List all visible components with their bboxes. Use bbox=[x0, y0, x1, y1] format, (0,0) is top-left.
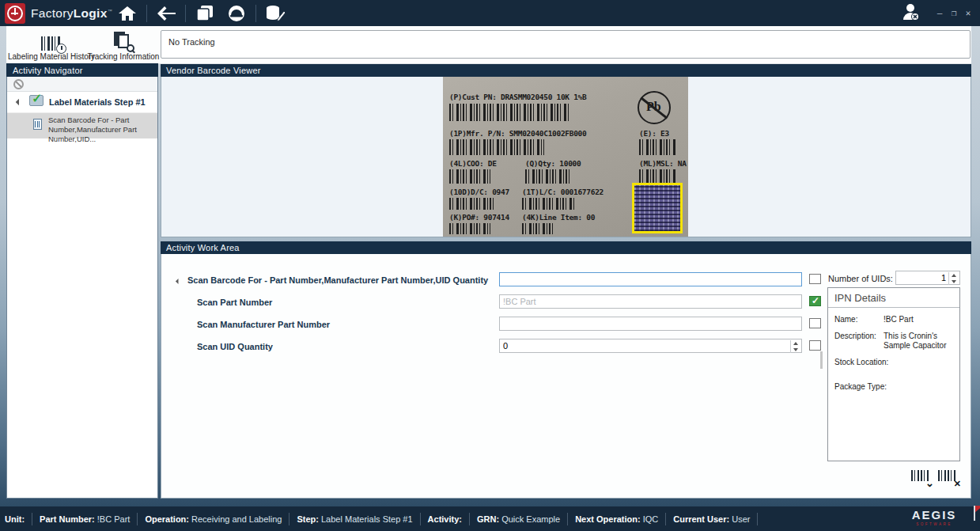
tracking-status-box: No Tracking bbox=[161, 30, 971, 59]
tree-item-scan-barcode-activity[interactable]: Scan Barcode For - Part Number,Manufactu… bbox=[7, 113, 157, 138]
barcode-mfr-pn bbox=[449, 139, 544, 155]
database-edit-button[interactable] bbox=[265, 4, 286, 23]
barcode-coo bbox=[449, 169, 490, 184]
number-of-uids-label: Number of UIDs: bbox=[828, 274, 893, 283]
vendor-label-image: (P)Cust PN: DRASMM020450 10K 1%B Pb (1P)… bbox=[443, 77, 688, 237]
activity-work-area-body: Scan Barcode For - Part Number,Manufactu… bbox=[161, 254, 971, 499]
barcode-lc bbox=[522, 198, 574, 210]
datamatrix-code-highlighted[interactable] bbox=[632, 183, 683, 233]
step-complete-icon bbox=[29, 95, 44, 106]
barcode-accept-button[interactable]: ⌄ bbox=[911, 470, 932, 486]
label-mfr-pn: (1P)Mfr. P/N: SMM02040C1002FB000 bbox=[449, 129, 586, 138]
toolbar-separator bbox=[255, 5, 256, 22]
splitter-grip[interactable] bbox=[820, 351, 823, 369]
scan-uid-quantity-checkbox[interactable] bbox=[809, 340, 821, 351]
ipn-row-name: Name:!BC Part bbox=[834, 315, 959, 324]
scan-barcode-input[interactable] bbox=[499, 272, 802, 286]
pages-button[interactable] bbox=[195, 4, 215, 23]
label-line-item: (4K)Line Item: 00 bbox=[522, 213, 595, 222]
title-bar: FactoryLogix™ bbox=[0, 0, 980, 26]
label-po: (K)PO#: 907414 bbox=[449, 213, 509, 222]
tree-item-label-materials-step[interactable]: Label Materials Step #1 bbox=[7, 92, 157, 113]
clear-filter-icon[interactable] bbox=[13, 79, 24, 89]
label-e: (E): E3 bbox=[639, 129, 669, 138]
label-msl: (ML)MSL: NA bbox=[639, 159, 687, 168]
toolbar-separator bbox=[185, 5, 186, 22]
uid-quantity-spinner[interactable] bbox=[790, 340, 800, 353]
scan-uid-quantity-input[interactable] bbox=[500, 339, 790, 352]
number-of-uids-input[interactable] bbox=[896, 271, 948, 284]
status-grn: GRN: Quick Example bbox=[477, 514, 560, 524]
app-title: FactoryLogix™ bbox=[31, 6, 112, 21]
pb-free-icon: Pb bbox=[638, 91, 671, 124]
scan-part-number-checkbox[interactable] bbox=[809, 296, 821, 306]
label-dc: (10D)D/C: 0947 bbox=[449, 188, 509, 196]
hardhat-button[interactable] bbox=[226, 4, 247, 23]
status-activity: Activity: bbox=[428, 514, 462, 524]
field-label-scan-mfr-part-number: Scan Manufacturer Part Number bbox=[197, 320, 330, 329]
activity-work-area-panel: Activity Work Area Scan Barcode For - Pa… bbox=[161, 241, 971, 499]
tracking-docs-icon bbox=[80, 28, 167, 51]
barcode-msl bbox=[639, 169, 675, 184]
field-label-scan-barcode: Scan Barcode For - Part Number,Manufactu… bbox=[187, 275, 488, 285]
status-part-number: Part Number: !BC Part bbox=[40, 514, 130, 524]
barcode-po bbox=[449, 223, 490, 234]
number-of-uids-spinner[interactable] bbox=[948, 272, 959, 285]
field-group-expander-icon[interactable] bbox=[176, 279, 181, 284]
field-label-scan-uid-quantity: Scan UID Quantity bbox=[197, 342, 273, 351]
tree-expander-icon[interactable] bbox=[16, 99, 22, 105]
activity-navigator-panel: Activity Navigator Label Materials Step … bbox=[6, 64, 158, 499]
home-button[interactable] bbox=[117, 4, 138, 23]
barcode-line-item bbox=[522, 223, 555, 234]
status-unit: Unit: bbox=[5, 514, 25, 524]
barcode-qty bbox=[525, 169, 569, 184]
number-of-uids-field bbox=[895, 271, 960, 285]
barcode-cancel-button[interactable]: ✕ bbox=[938, 470, 959, 486]
barcode-cust-pn bbox=[449, 104, 569, 121]
user-session-icon[interactable] bbox=[901, 2, 921, 25]
toolbar-separator bbox=[146, 5, 147, 22]
aegis-logo: AEGIS SOFTWARE bbox=[896, 508, 972, 526]
minimize-button[interactable]: – bbox=[933, 8, 947, 18]
scan-barcode-checkbox[interactable] bbox=[809, 274, 821, 284]
activity-navigator-title: Activity Navigator bbox=[6, 63, 158, 77]
label-lc: (1T)L/C: 0001677622 bbox=[522, 188, 604, 196]
restore-button[interactable]: ❐ bbox=[947, 8, 961, 18]
vendor-barcode-viewer-panel: Vendor Barcode Viewer (P)Cust PN: DRASMM… bbox=[161, 64, 971, 237]
scan-mfr-part-number-checkbox[interactable] bbox=[809, 318, 821, 328]
back-button[interactable] bbox=[156, 4, 176, 23]
spinner-down-icon[interactable] bbox=[791, 347, 800, 353]
spinner-down-icon[interactable] bbox=[949, 279, 959, 285]
status-bar: Unit: Part Number: !BC Part Operation: R… bbox=[0, 506, 980, 531]
scan-activity-icon bbox=[33, 119, 42, 130]
label-coo: (4L)COO: DE bbox=[449, 159, 497, 168]
ipn-details-panel: IPN Details Name:!BC Part Description:Th… bbox=[827, 287, 960, 461]
spinner-up-icon[interactable] bbox=[949, 272, 959, 279]
tracking-status-text: No Tracking bbox=[168, 37, 215, 47]
tracking-information-button[interactable]: Tracking Information bbox=[80, 28, 167, 63]
status-operation: Operation: Receiving and Labeling bbox=[145, 514, 282, 524]
activity-work-area-title: Activity Work Area bbox=[161, 241, 971, 254]
vendor-barcode-viewer-title: Vendor Barcode Viewer bbox=[161, 64, 971, 77]
barcode-dc bbox=[449, 198, 495, 210]
status-step: Step: Label Materials Step #1 bbox=[297, 514, 412, 524]
ipn-details-title: IPN Details bbox=[828, 288, 959, 308]
status-current-user: Current User: User bbox=[673, 514, 750, 524]
status-next-operation: Next Operation: IQC bbox=[575, 514, 658, 524]
scan-part-number-input[interactable] bbox=[499, 294, 802, 309]
factorylogix-window: FactoryLogix™ bbox=[0, 0, 980, 531]
vendor-barcode-viewer-body: (P)Cust PN: DRASMM020450 10K 1%B Pb (1P)… bbox=[161, 77, 971, 237]
barcode-e bbox=[639, 139, 675, 155]
label-cust-pn: (P)Cust PN: DRASMM020450 10K 1%B bbox=[449, 93, 586, 101]
ipn-row-stock-location: Stock Location: bbox=[834, 358, 959, 375]
scan-mfr-part-number-input[interactable] bbox=[499, 317, 802, 331]
ipn-row-package-type: Package Type: bbox=[834, 382, 959, 400]
navigator-toolbar bbox=[7, 77, 157, 92]
factorylogix-logo-icon bbox=[5, 3, 25, 24]
ipn-row-description: Description:This is Cronin's Sample Capa… bbox=[834, 332, 959, 351]
scan-uid-quantity-field bbox=[499, 339, 802, 353]
spinner-up-icon[interactable] bbox=[791, 340, 800, 347]
field-label-scan-part-number: Scan Part Number bbox=[197, 298, 272, 307]
flag-icon bbox=[974, 506, 980, 513]
close-button[interactable]: ✕ bbox=[961, 8, 975, 18]
